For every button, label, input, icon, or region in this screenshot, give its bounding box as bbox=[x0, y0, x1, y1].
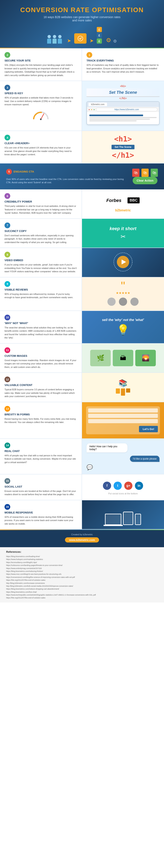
references-title: References: bbox=[6, 550, 158, 553]
reference-10: http://blog.b2bmetric.com/increase-conve… bbox=[6, 582, 158, 585]
twitter-icon[interactable]: t bbox=[114, 482, 122, 490]
tip-1-section: 1 TRACK EVERYTHING 42% of marketers say … bbox=[82, 48, 164, 81]
tip-5-content: 5 ENGAGING CTA Over 90% of users who rea… bbox=[6, 169, 128, 184]
tip-4-text: H1s are one of the most potent UX elemen… bbox=[4, 146, 77, 156]
tip-9-number: 9 bbox=[4, 281, 10, 287]
svg-point-2 bbox=[40, 119, 42, 120]
svg-line-1 bbox=[41, 114, 44, 119]
tip-16-section: 16 MOBILE RESPONSIVE 42% of researchers … bbox=[0, 500, 82, 529]
cta-illustration-right: 🛍 🛍 🛍 Clear Action bbox=[132, 168, 158, 184]
content-bar-3 bbox=[126, 389, 130, 393]
tip-2-title: SECURE YOUR SITE bbox=[4, 59, 77, 62]
bbc-logo: BBC bbox=[127, 197, 139, 204]
header-illustration: ➤ ➤ £ £ £ ⚙ ⚙ bbox=[4, 25, 160, 43]
tip-5-title: ENGAGING CTA bbox=[13, 170, 34, 173]
tip-2-text: SSL (https) encrypts the link between yo… bbox=[4, 63, 77, 77]
website-url[interactable]: www.b2bmetric.com bbox=[65, 537, 99, 542]
star-rating: ★★★★★ bbox=[116, 291, 130, 295]
tip-15-number: 15 bbox=[4, 478, 10, 484]
tip-10-text: The searcher already knows what solution… bbox=[4, 326, 77, 340]
header-subtitle: 16 ways B2B websites can generate higher… bbox=[41, 16, 123, 22]
linkedin-icon[interactable]: in bbox=[135, 482, 143, 490]
mobile-illustration bbox=[82, 500, 164, 529]
tip-13-number: 13 bbox=[4, 406, 10, 412]
tip-7-title: SUCCINCT COPY bbox=[4, 229, 77, 232]
tip-row-12: 12 VALUABLE CONTENT Typical B2B buyers c… bbox=[0, 373, 164, 402]
keep-it-short-text: keep it short bbox=[110, 226, 136, 231]
tip-6-number: 6 bbox=[4, 193, 10, 199]
tip-3-text: 40% of people abandon a website that tak… bbox=[4, 96, 77, 106]
reference-15: https://hbr.org/2012/07/the-end-of-solut… bbox=[6, 596, 158, 599]
tip-row-9: 9 VISIBLE REVIEWS 90% of buying decision… bbox=[0, 277, 164, 311]
reference-9: https://hbr.org/2012/07/the-end-of-solut… bbox=[6, 579, 158, 582]
image-card-1: 🌿 bbox=[90, 350, 111, 366]
tip-5-number: 5 bbox=[6, 169, 12, 175]
person-icon-2 bbox=[52, 35, 56, 43]
image-card-3: 🌄 bbox=[135, 350, 156, 366]
tip-6-text: Third party validation is vital for trus… bbox=[4, 205, 77, 215]
image-card-2: 🏔 bbox=[113, 350, 133, 366]
chat-icon: 💬 bbox=[86, 464, 160, 470]
brand-logos-row: Forbes BBC bbox=[107, 197, 139, 204]
form-field-3 bbox=[88, 419, 158, 423]
browser-content bbox=[87, 112, 159, 124]
scissors-icon: ✂ bbox=[110, 233, 136, 240]
tip-11-number: 11 bbox=[4, 347, 10, 353]
clear-action-button[interactable]: Clear Action bbox=[133, 177, 158, 184]
forms-illustration: Let's Go! bbox=[82, 402, 164, 438]
phone-device-icon bbox=[135, 514, 141, 525]
tip-9-title: VISIBLE REVIEWS bbox=[4, 288, 77, 291]
reference-11: http://blog.b2bmetric.com/b2b-social-med… bbox=[6, 585, 158, 588]
tip-row-1: 2 SECURE YOUR SITE SSL (https) encrypts … bbox=[0, 48, 164, 81]
bag-3: 🛍 bbox=[151, 168, 158, 177]
lets-go-button[interactable]: Let's Go! bbox=[139, 426, 158, 432]
forbes-logo: Forbes bbox=[107, 198, 121, 203]
tip-13-section: 13 BREVITY IN FORMS Resist having too ma… bbox=[0, 402, 82, 438]
tip-12-title: VALUABLE CONTENT bbox=[4, 383, 77, 386]
tip-14-text: 44% of people say live chat with a real … bbox=[4, 454, 77, 464]
code-tag-close: </h1> bbox=[112, 151, 134, 159]
content-bar-1 bbox=[116, 389, 120, 394]
credibility-logos: Forbes BBC b2bmetric bbox=[82, 189, 164, 218]
tip-7-text: Don't overload sentences with informatio… bbox=[4, 234, 77, 244]
tip-9-text: 90% of buying decisions are influenced b… bbox=[4, 292, 77, 299]
reference-14: https://www.techrepublic.com/article/inf… bbox=[6, 593, 158, 596]
tip-14-title: REAL CHAT bbox=[4, 450, 77, 453]
google-plus-icon[interactable]: g+ bbox=[124, 482, 132, 490]
tip-2-number: 2 bbox=[4, 52, 10, 58]
tip-row-8: 8 VIDEO EMBED If you're using video on y… bbox=[0, 248, 164, 277]
sell-why-display: sell the 'why' not the 'what' 💡 bbox=[102, 318, 144, 336]
browser-tab: b2bmetric.com bbox=[89, 103, 107, 106]
conveyor-arrow: ➤ bbox=[67, 38, 71, 43]
person-icon-3 bbox=[58, 35, 62, 43]
social-note: Put social icons at the bottom bbox=[108, 492, 138, 495]
tip-row-2: 3 SPEED IS KEY 40% of people abandon a w… bbox=[0, 81, 164, 131]
tip-1-text: 42% of marketers say that a lack of qual… bbox=[86, 63, 160, 73]
gear-icon-2: ⚙ bbox=[113, 39, 117, 43]
tip-6-title: CREDIBILITY POWER bbox=[4, 200, 77, 203]
reference-1: https://blog.kissmetrics.com/loading-tim… bbox=[6, 555, 158, 558]
tip-15-title: SOCIAL LAST bbox=[4, 485, 77, 488]
created-by: Created by b2bmetric bbox=[6, 533, 158, 536]
tip-4-number: 4 bbox=[4, 135, 10, 141]
bag-1: 🛍 bbox=[132, 168, 139, 177]
tip-10-title: 'WHY' NOT 'WHAT' bbox=[4, 321, 77, 325]
tip-16-number: 16 bbox=[4, 504, 10, 510]
scene-section: <h1> Set The Scene </h1> b2bmetric.com ●… bbox=[82, 81, 164, 131]
tip-1-number: 1 bbox=[86, 52, 92, 58]
tip-6-section: 6 CREDIBILITY POWER Third party validati… bbox=[0, 189, 82, 218]
bag-2: 🛍 bbox=[141, 168, 149, 177]
tip-9-section: 9 VISIBLE REVIEWS 90% of buying decision… bbox=[0, 277, 82, 311]
main-title: CONVERSION RATE OPTIMISATION bbox=[4, 6, 160, 14]
facebook-icon[interactable]: f bbox=[103, 482, 111, 490]
tip-15-text: Ensure social icons are located at the b… bbox=[4, 489, 77, 496]
content-bar-2 bbox=[121, 389, 125, 396]
tip-5-text: Over 90% of users who read the headline … bbox=[6, 178, 128, 184]
content-icons: 📚 bbox=[116, 379, 130, 396]
tip-7-section: 7 SUCCINCT COPY Don't overload sentences… bbox=[0, 219, 82, 248]
tip-row-15: 15 SOCIAL LAST Ensure social icons are l… bbox=[0, 474, 164, 500]
tip-3-section: 3 SPEED IS KEY 40% of people abandon a w… bbox=[0, 81, 82, 131]
reference-4: https://unbounce.com/landing-pages/threa… bbox=[6, 564, 158, 567]
tip-row-11: 11 CUSTOM IMAGES Good images increase re… bbox=[0, 344, 164, 373]
tip-15-section: 15 SOCIAL LAST Ensure social icons are l… bbox=[0, 474, 82, 500]
